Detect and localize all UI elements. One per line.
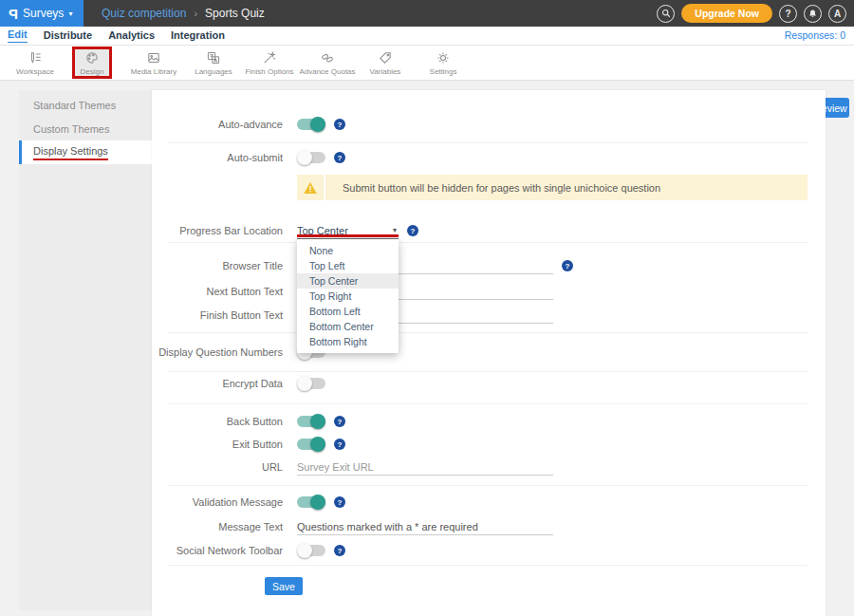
browser-title-help-icon[interactable]: ? bbox=[562, 260, 573, 271]
message-text-input[interactable] bbox=[297, 518, 553, 535]
responses-count: Responses: 0 bbox=[785, 29, 845, 41]
finish-button-text-label: Finish Button Text bbox=[152, 309, 283, 321]
gear-icon bbox=[436, 50, 451, 65]
tab-analytics[interactable]: Analytics bbox=[108, 29, 155, 43]
back-button-help-icon[interactable]: ? bbox=[334, 416, 345, 427]
progress-bar-location-label: Progress Bar Location bbox=[152, 225, 283, 236]
dropdown-option-top-center[interactable]: Top Center bbox=[297, 273, 399, 289]
sidebar-item-custom-themes[interactable]: Custom Themes bbox=[19, 117, 152, 140]
browser-title-row: Browser Title ? bbox=[152, 254, 826, 277]
exit-button-help-icon[interactable]: ? bbox=[334, 439, 345, 450]
red-annotation-underline bbox=[297, 234, 399, 237]
auto-submit-toggle[interactable] bbox=[297, 152, 325, 163]
toggle-knob bbox=[310, 437, 325, 452]
dropdown-option-top-right[interactable]: Top Right bbox=[297, 289, 399, 304]
questionpro-logo-icon: P bbox=[9, 6, 18, 22]
help-button[interactable]: ? bbox=[779, 5, 797, 23]
progress-bar-help-icon[interactable]: ? bbox=[407, 225, 418, 236]
exit-button-label: Exit Button bbox=[152, 439, 283, 450]
encrypt-data-toggle[interactable] bbox=[297, 378, 325, 389]
warning-icon-cell bbox=[297, 175, 325, 200]
display-question-numbers-label: Display Question Numbers bbox=[152, 346, 283, 358]
chain-link-icon bbox=[320, 50, 335, 65]
auto-advance-label: Auto-advance bbox=[152, 119, 283, 130]
search-button[interactable] bbox=[657, 5, 675, 23]
survey-section-tabs: Edit Distribute Analytics Integration Re… bbox=[0, 27, 854, 46]
validation-message-toggle[interactable] bbox=[297, 496, 325, 508]
auto-advance-help-icon[interactable]: ? bbox=[334, 119, 345, 130]
progress-bar-location-dropdown: None Top Left Top Center Top Right Botto… bbox=[297, 239, 399, 353]
auto-submit-label: Auto-submit bbox=[152, 152, 283, 163]
validation-message-label: Validation Message bbox=[152, 496, 283, 508]
progress-bar-location-row: Progress Bar Location Top Center ▾ ? bbox=[152, 219, 826, 242]
validation-message-help-icon[interactable]: ? bbox=[334, 496, 345, 508]
divider bbox=[168, 242, 808, 243]
encrypt-data-row: Encrypt Data bbox=[152, 372, 826, 395]
tab-edit[interactable]: Edit bbox=[8, 28, 28, 43]
finish-button-text-row: Finish Button Text bbox=[152, 304, 826, 327]
toggle-knob bbox=[310, 414, 325, 429]
toolbar-design[interactable]: Design bbox=[72, 47, 112, 79]
save-button[interactable]: Save bbox=[265, 577, 303, 595]
breadcrumb: Quiz competition › Sports Quiz bbox=[102, 7, 265, 20]
display-settings-panel: Auto-advance ? Auto-submit ? Submit butt… bbox=[152, 90, 826, 616]
social-network-toolbar-toggle[interactable] bbox=[297, 545, 325, 556]
breadcrumb-folder-link[interactable]: Quiz competition bbox=[102, 7, 186, 20]
toolbar-finish-options[interactable]: Finish Options bbox=[241, 47, 298, 79]
toolbar-variables[interactable]: Variables bbox=[357, 47, 414, 79]
exit-button-row: Exit Button ? bbox=[152, 433, 826, 456]
exit-button-toggle[interactable] bbox=[297, 439, 325, 450]
exit-url-label: URL bbox=[152, 461, 283, 473]
toolbar-advance-quotas[interactable]: Advance Quotas bbox=[299, 47, 356, 79]
toggle-knob bbox=[297, 376, 312, 391]
dropdown-option-top-left[interactable]: Top Left bbox=[297, 258, 399, 273]
browser-title-label: Browser Title bbox=[152, 260, 283, 271]
toolbar-workspace[interactable]: Workspace bbox=[7, 47, 64, 79]
next-button-text-label: Next Button Text bbox=[152, 286, 283, 297]
design-palette-icon bbox=[84, 50, 100, 65]
image-icon bbox=[146, 50, 161, 65]
tab-distribute[interactable]: Distribute bbox=[44, 29, 92, 43]
search-icon bbox=[661, 9, 671, 18]
account-avatar[interactable]: A bbox=[828, 5, 846, 23]
dropdown-option-bottom-left[interactable]: Bottom Left bbox=[297, 304, 399, 319]
toggle-knob bbox=[297, 150, 312, 165]
dropdown-option-bottom-right[interactable]: Bottom Right bbox=[297, 334, 399, 349]
auto-advance-toggle[interactable] bbox=[297, 119, 325, 130]
surveys-menu-label: Surveys bbox=[23, 7, 64, 20]
warning-triangle-icon bbox=[303, 180, 318, 196]
sidebar-item-display-settings[interactable]: Display Settings bbox=[19, 140, 152, 164]
toolbar-languages[interactable]: Languages bbox=[185, 47, 242, 79]
magic-wand-icon bbox=[262, 50, 277, 65]
dropdown-option-bottom-center[interactable]: Bottom Center bbox=[297, 319, 399, 334]
toolbar-settings[interactable]: Settings bbox=[415, 47, 472, 79]
upgrade-now-button[interactable]: Upgrade Now bbox=[681, 4, 772, 23]
exit-url-input[interactable] bbox=[297, 458, 553, 476]
tab-integration[interactable]: Integration bbox=[171, 29, 225, 43]
social-network-toolbar-label: Social Network Toolbar bbox=[152, 545, 283, 556]
topbar-actions: Upgrade Now ? A bbox=[657, 4, 854, 23]
top-navigation-bar: P Surveys ▾ Quiz competition › Sports Qu… bbox=[0, 0, 854, 27]
validation-message-row: Validation Message ? bbox=[152, 491, 826, 513]
chevron-down-icon: ▾ bbox=[68, 9, 72, 18]
dropdown-option-none[interactable]: None bbox=[297, 243, 399, 258]
divider bbox=[168, 142, 808, 143]
social-network-toolbar-row: Social Network Toolbar ? bbox=[152, 539, 826, 562]
tag-icon bbox=[378, 50, 393, 65]
toggle-knob bbox=[310, 495, 325, 510]
social-network-toolbar-help-icon[interactable]: ? bbox=[334, 545, 345, 556]
edit-toolbar: Workspace Design Media Library Languages… bbox=[0, 46, 854, 81]
divider bbox=[168, 485, 808, 486]
surveys-menu[interactable]: P Surveys ▾ bbox=[0, 0, 84, 27]
back-button-toggle[interactable] bbox=[297, 416, 325, 427]
auto-submit-help-icon[interactable]: ? bbox=[334, 152, 345, 163]
next-button-text-row: Next Button Text bbox=[152, 280, 826, 303]
progress-bar-location-select[interactable]: Top Center ▾ bbox=[297, 223, 399, 239]
bell-icon bbox=[808, 9, 818, 19]
notifications-button[interactable] bbox=[804, 5, 822, 23]
exit-url-row: URL bbox=[152, 456, 826, 478]
divider bbox=[168, 565, 808, 566]
sidebar-item-standard-themes[interactable]: Standard Themes bbox=[19, 93, 152, 117]
breadcrumb-separator-icon: › bbox=[194, 8, 197, 19]
toolbar-media-library[interactable]: Media Library bbox=[125, 47, 182, 79]
